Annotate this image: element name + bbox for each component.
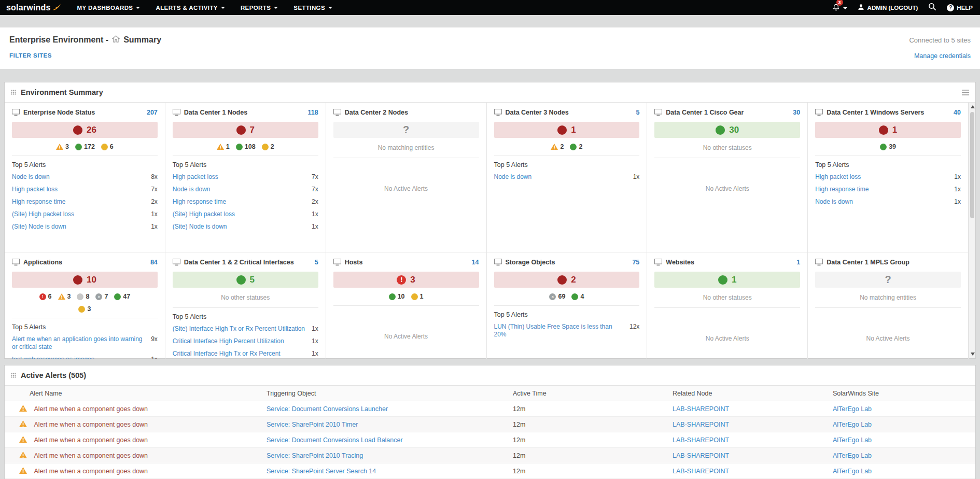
tile-alert-link[interactable]: High packet loss xyxy=(173,173,218,181)
tile-count[interactable]: 207 xyxy=(147,109,158,116)
tile-alert-link[interactable]: Node is down xyxy=(12,173,50,181)
status-band[interactable]: 7 xyxy=(173,122,318,138)
triggering-object-link[interactable]: Service: SharePoint 2010 Tracing xyxy=(262,448,509,463)
tile-alert-link[interactable]: (Site) High packet loss xyxy=(173,210,235,218)
status-count-up[interactable]: 2 xyxy=(570,143,582,150)
column-related-node[interactable]: Related Node xyxy=(668,386,829,401)
tile-title[interactable]: Data Center 1 & 2 Critical Interfaces xyxy=(184,259,311,266)
solarwinds-site-link[interactable]: AlTerEgo Lab xyxy=(829,448,975,463)
triggering-object-link[interactable]: Service: SharePoint Server Search 14 xyxy=(262,463,509,479)
solarwinds-site-link[interactable]: AlTerEgo Lab xyxy=(829,401,975,417)
tile-alert-link[interactable]: Node is down xyxy=(494,173,532,181)
scroll-up-arrow[interactable] xyxy=(971,105,975,108)
search-button[interactable] xyxy=(928,3,936,13)
status-count-warning[interactable]: 2 xyxy=(262,143,274,150)
status-band[interactable]: 5 xyxy=(173,272,318,288)
alert-name-link[interactable]: Alert me when a component goes down xyxy=(34,421,148,428)
tile-count[interactable]: 40 xyxy=(954,109,961,116)
tile-alert-link[interactable]: (Site) Node is down xyxy=(12,223,66,231)
nav-my-dashboards[interactable]: MY DASHBOARDS xyxy=(69,0,148,15)
alert-name-link[interactable]: Alert me when a component goes down xyxy=(34,452,148,459)
status-count-warn[interactable]: 1 xyxy=(217,143,230,150)
tile-title[interactable]: Data Center 3 Nodes xyxy=(506,109,633,116)
status-count-warn[interactable]: 3 xyxy=(56,143,69,150)
status-count-up[interactable]: 47 xyxy=(114,293,130,300)
solarwinds-site-link[interactable]: AlTerEgo Lab xyxy=(829,463,975,479)
status-count-warning[interactable]: 1 xyxy=(411,293,424,300)
status-band[interactable]: 1 xyxy=(654,272,800,288)
status-count-critical[interactable]: !6 xyxy=(39,293,52,300)
manage-credentials-link[interactable]: Manage credentials xyxy=(914,52,971,60)
tile-alert-link[interactable]: High response time xyxy=(12,198,65,206)
status-band[interactable]: 10 xyxy=(12,272,158,288)
panel-menu-icon[interactable] xyxy=(962,90,969,95)
tile-alert-link[interactable]: Critical Interface High Percent Utilizat… xyxy=(173,337,284,345)
column-solarwinds-site[interactable]: SolarWinds Site xyxy=(829,386,975,401)
tile-alert-link[interactable]: (Site) High packet loss xyxy=(12,210,74,218)
help-button[interactable]: ? HELP xyxy=(947,4,973,11)
triggering-object-link[interactable]: Service: Document Conversions Load Balan… xyxy=(262,432,509,448)
tile-title[interactable]: Storage Objects xyxy=(506,259,629,266)
tile-title[interactable]: Applications xyxy=(23,259,147,266)
column-active-time[interactable]: Active Time xyxy=(509,386,668,401)
triggering-object-link[interactable]: Service: SharePoint 2010 Timer xyxy=(262,417,509,432)
status-band[interactable]: 1 xyxy=(494,122,640,138)
tile-alert-link[interactable]: High packet loss xyxy=(12,186,58,193)
app-logo[interactable]: solarwinds xyxy=(0,3,69,12)
status-count-unknown[interactable]: ✕69 xyxy=(549,293,565,300)
status-count-warning[interactable]: 3 xyxy=(78,305,91,313)
status-count-warning[interactable]: 6 xyxy=(101,143,114,150)
drag-handle-icon[interactable] xyxy=(11,373,16,378)
tile-count[interactable]: 30 xyxy=(793,109,800,116)
status-band[interactable]: ? xyxy=(815,272,961,288)
tile-count[interactable]: 5 xyxy=(636,109,639,116)
tile-alert-link[interactable]: Node is down xyxy=(173,186,211,193)
column-alert-name[interactable]: Alert Name xyxy=(5,386,262,401)
tile-title[interactable]: Websites xyxy=(666,259,793,266)
tiles-scrollbar[interactable] xyxy=(969,103,975,358)
tile-alert-link[interactable]: Critical Interface High Tx or Rx Percent… xyxy=(173,350,306,359)
tile-alert-link[interactable]: Alert me when an application goes into w… xyxy=(12,335,146,351)
tile-title[interactable]: Enterprise Node Status xyxy=(23,109,143,116)
tile-title[interactable]: Data Center 1 Windows Servers xyxy=(827,109,950,116)
tile-count[interactable]: 84 xyxy=(150,259,158,266)
solarwinds-site-link[interactable]: AlTerEgo Lab xyxy=(829,417,975,432)
status-band[interactable]: 1 xyxy=(815,122,961,138)
status-count-warn[interactable]: 2 xyxy=(551,143,564,150)
solarwinds-site-link[interactable]: AlTerEgo Lab xyxy=(829,432,975,448)
tile-alert-link[interactable]: High packet loss xyxy=(815,173,861,181)
tile-count[interactable]: 118 xyxy=(307,109,318,116)
nav-settings[interactable]: SETTINGS xyxy=(286,0,340,15)
tile-title[interactable]: Data Center 1 Cisco Gear xyxy=(666,109,789,116)
related-node-link[interactable]: LAB-SHAREPOINT xyxy=(668,417,829,432)
tile-count[interactable]: 5 xyxy=(315,259,318,266)
alert-name-link[interactable]: Alert me when a component goes down xyxy=(34,405,148,413)
tile-alert-link[interactable]: Node is down xyxy=(815,198,853,206)
alert-name-link[interactable]: Alert me when a component goes down xyxy=(34,468,148,475)
nav-reports[interactable]: REPORTS xyxy=(233,0,286,15)
related-node-link[interactable]: LAB-SHAREPOINT xyxy=(668,401,829,417)
tile-count[interactable]: 1 xyxy=(796,259,800,266)
related-node-link[interactable]: LAB-SHAREPOINT xyxy=(668,448,829,463)
status-band[interactable]: !3 xyxy=(333,272,479,288)
column-triggering-object[interactable]: Triggering Object xyxy=(262,386,509,401)
scroll-down-arrow[interactable] xyxy=(971,353,975,356)
notifications-button[interactable]: 3 xyxy=(832,2,847,13)
filter-sites-link[interactable]: FILTER SITES xyxy=(9,52,52,60)
status-count-external[interactable]: 8 xyxy=(77,293,89,300)
drag-handle-icon[interactable] xyxy=(11,90,16,95)
status-count-unknown[interactable]: ✕7 xyxy=(95,293,108,300)
status-count-up[interactable]: 108 xyxy=(236,143,256,150)
tile-alert-link[interactable]: test web resources as images xyxy=(12,356,94,359)
user-menu[interactable]: ADMIN (LOGOUT) xyxy=(858,4,918,11)
scroll-thumb[interactable] xyxy=(970,112,974,218)
tile-count[interactable]: 14 xyxy=(472,259,479,266)
tile-alert-link[interactable]: LUN (Thin) Usable Free Space is less tha… xyxy=(494,323,624,339)
tile-title[interactable]: Hosts xyxy=(345,259,468,266)
related-node-link[interactable]: LAB-SHAREPOINT xyxy=(668,432,829,448)
status-band[interactable]: 30 xyxy=(654,122,800,138)
alert-name-link[interactable]: Alert me when a component goes down xyxy=(34,436,148,444)
tile-alert-link[interactable]: High response time xyxy=(173,198,226,206)
tile-alert-link[interactable]: (Site) Interface High Tx or Rx Percent U… xyxy=(173,325,305,333)
status-count-up[interactable]: 172 xyxy=(75,143,95,150)
